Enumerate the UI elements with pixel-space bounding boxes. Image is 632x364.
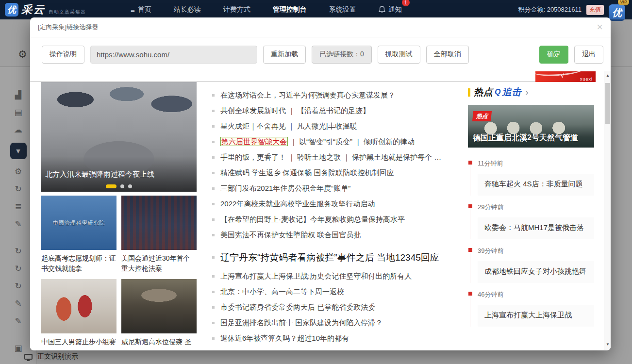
news-item[interactable]: 精准赋码 学生返乡 保通保畅 国务院联防联控机制回应: [212, 168, 457, 178]
thumbnail-image: [121, 279, 197, 333]
modal-toolbar: 操作说明 重新加载 已选链接数：0 抓取测试 全部取消 确定 退出: [30, 37, 611, 71]
timeline-item[interactable]: 39分钟前成都地铁回应女子对小孩跳艳舞: [470, 248, 594, 283]
nav-item-admin-console[interactable]: 管理控制台: [271, 0, 309, 19]
help-button[interactable]: 操作说明: [42, 46, 84, 64]
carousel[interactable]: 北方入汛来最强降雨过程今夜上线: [41, 82, 197, 192]
hotspot-header[interactable]: 热点 Q 追击 ›: [468, 86, 594, 99]
timeline-title[interactable]: 成都地铁回应女子对小孩跳艳舞: [478, 261, 594, 283]
modal-header: [定向采集]链接选择器 ×: [30, 17, 611, 37]
news-item[interactable]: 上海宣布打赢大上海保卫战:历史会记住坚守和付出的所有人: [212, 272, 457, 281]
url-input[interactable]: [90, 46, 257, 64]
thumbnail-image: [121, 196, 197, 250]
vip-badge: VIP: [618, 0, 629, 5]
link-selector-modal: [定向采集]链接选择器 × 操作说明 重新加载 已选链接数：0 抓取测试 全部取…: [30, 17, 611, 350]
vip-logo[interactable]: 优 VIP: [609, 2, 627, 21]
left-column: 北方入汛来最强降雨过程今夜上线 中國管理科學研究院起底高考志愿规划师：证书交钱就…: [41, 82, 197, 350]
selected-link-highlight[interactable]: 第六届世界智能大会: [220, 137, 288, 146]
news-item[interactable]: 北京：中小学、高一高二等下周一返校: [212, 287, 457, 297]
points-balance: 积分金额: 2050821611: [518, 5, 582, 14]
thumbnail-grid: 中國管理科學研究院起底高考志愿规划师：证书交钱就能拿美国会通过近30年首个重大控…: [41, 196, 197, 350]
scroll-up-icon[interactable]: ▲: [604, 72, 611, 79]
thumbnail-image: [41, 279, 116, 333]
nav-item-webmaster-guide[interactable]: 站长必读: [172, 0, 203, 19]
nav-item-label: 通知: [388, 5, 402, 14]
recharge-button[interactable]: 充值: [586, 5, 604, 15]
timeline-bullet-icon: [468, 204, 472, 208]
carousel-dot[interactable]: [106, 184, 116, 188]
news-item[interactable]: 第六届世界智能大会 ｜ 以“智变”引“质变” ｜ 倾听创新的律动: [212, 137, 457, 147]
timeline-time: 46分钟前: [478, 291, 594, 298]
scrollbar-thumb[interactable]: [605, 83, 610, 124]
news-item[interactable]: 辽宁丹东“持黄码者看病被拦”事件之后 当地12345回应: [212, 251, 457, 264]
news-item-text: 国足亚洲排名跌出前十 国家队建设为何陷入停滞？: [220, 318, 383, 327]
ad-text: xuexi: [580, 77, 593, 82]
timeline-item[interactable]: 11分钟前奔驰车起火 4S店：非质量问题: [470, 160, 594, 196]
nav-item-notifications[interactable]: 通知1: [377, 0, 404, 19]
grab-test-button[interactable]: 抓取测试: [378, 46, 420, 64]
news-item[interactable]: 共创全球发展新时代 ｜ 【沿着总书记的足迹】: [212, 106, 457, 116]
thumbnail-item[interactable]: 威尼斯遇高水位侵袭 圣: [121, 279, 197, 350]
menu-icon: ≡: [131, 6, 135, 14]
news-item-text: 手里的饭，更香了！ ｜ 聆听土地之歌 ｜ 保护黑土地就是保护每个 …: [220, 153, 441, 161]
chevron-right-icon: ›: [525, 87, 528, 98]
news-item[interactable]: 美国宪法不再保护女性堕胎权 联合国官员批: [212, 231, 457, 240]
logo-subtitle: 自动文章采集器: [49, 9, 86, 16]
ad-banner[interactable]: √ xuexi: [535, 71, 596, 82]
thumbnail-caption: 美国会通过近30年首个重大控枪法案: [121, 253, 197, 274]
app-logo[interactable]: 优 采云 自动文章采集器: [5, 2, 124, 17]
selected-links-count: 已选链接数：0: [312, 46, 372, 64]
news-item[interactable]: 市委书记跻身省委常委两天后 已掌舵省委政法委: [212, 303, 457, 312]
news-item-text: 辽宁丹东“持黄码者看病被拦”事件之后 当地12345回应: [220, 252, 439, 263]
nav-item-home[interactable]: ≡首页: [129, 0, 153, 19]
thumbnail-item[interactable]: 美国会通过近30年首个重大控枪法案: [121, 196, 197, 279]
thumbnail-item[interactable]: 中國管理科學研究院起底高考志愿规划师：证书交钱就能拿: [41, 196, 116, 279]
news-item-text: 在这场对话会上，习近平为何强调要真心实意谋发展？: [220, 91, 395, 99]
hotspot-feature-title: 德国正重启北溪2号天然气管道: [473, 133, 591, 143]
timeline-time: 39分钟前: [478, 248, 594, 254]
news-item[interactable]: 星火成炬｜不舍再见 ｜ 凡人微光|丰收温暖: [212, 122, 457, 131]
logo-text: 采云: [21, 2, 46, 17]
cancel-all-button[interactable]: 全部取消: [426, 46, 469, 64]
nav-item-system-settings[interactable]: 系统设置: [327, 0, 358, 19]
hotspot-feature-card[interactable]: 热点 德国正重启北溪2号天然气管道: [468, 105, 594, 148]
news-item-text: 三部门发布2021年住房公积金年度“账单”: [220, 184, 350, 192]
confirm-button[interactable]: 确定: [539, 46, 568, 64]
hotspot-title-blue: 追击: [502, 86, 521, 99]
news-item[interactable]: 【在希望的田野上·麦收记】今年夏粮收购总量保持高水平: [212, 215, 457, 224]
scroll-down-icon[interactable]: ▼: [604, 341, 611, 348]
news-item[interactable]: 三部门发布2021年住房公积金年度“账单”: [212, 184, 457, 193]
news-item[interactable]: 2022年离校未就业高校毕业生服务攻坚行动启动: [212, 199, 457, 209]
nav-item-billing[interactable]: 计费方式: [221, 0, 252, 19]
hotspot-timeline: 11分钟前奔驰车起火 4S店：非质量问题29分钟前欧委会：马航MH17是被俄击落…: [468, 160, 594, 327]
news-item[interactable]: 国足亚洲排名跌出前十 国家队建设为何陷入停滞？: [212, 318, 457, 328]
news-item-text: 市委书记跻身省委常委两天后 已掌舵省委政法委: [220, 303, 375, 311]
modal-title: [定向采集]链接选择器: [38, 23, 98, 32]
close-icon[interactable]: ×: [597, 22, 603, 32]
exit-button[interactable]: 退出: [574, 46, 603, 64]
news-item-text: 北京：中小学、高一高二等下周一返校: [220, 287, 344, 296]
hotspot-title-black: 热点: [474, 86, 493, 99]
top-navigation: ≡首页站长必读计费方式管理控制台系统设置通知1: [129, 0, 404, 19]
page-top-divider: [30, 81, 536, 82]
thumbnail-item[interactable]: 中国三人男篮止步小组赛: [41, 279, 116, 350]
timeline-item[interactable]: 29分钟前欧委会：马航MH17是被俄击落: [470, 204, 594, 239]
ad-logo-icon: √: [561, 73, 564, 79]
timeline-title[interactable]: 上海宣布打赢大上海保卫战: [478, 305, 594, 327]
news-column: 在这场对话会上，习近平为何强调要真心实意谋发展？共创全球发展新时代 ｜ 【沿着总…: [212, 91, 457, 349]
news-item[interactable]: 退休近6年被查算久吗？超过10年的都有: [212, 334, 457, 343]
timeline-item[interactable]: 46分钟前上海宣布打赢大上海保卫战: [470, 291, 594, 327]
carousel-dot[interactable]: [128, 184, 132, 188]
timeline-title[interactable]: 欧委会：马航MH17是被俄击落: [478, 217, 594, 239]
news-item[interactable]: 在这场对话会上，习近平为何强调要真心实意谋发展？: [212, 91, 457, 100]
news-item-text: 美国宪法不再保护女性堕胎权 联合国官员批: [220, 231, 361, 239]
carousel-dot[interactable]: [120, 184, 124, 188]
thumbnail-caption: 威尼斯遇高水位侵袭 圣: [121, 337, 197, 347]
reload-button[interactable]: 重新加载: [263, 46, 306, 64]
news-list: 在这场对话会上，习近平为何强调要真心实意谋发展？共创全球发展新时代 ｜ 【沿着总…: [212, 91, 457, 343]
notification-badge: 1: [402, 0, 410, 6]
scrollbar[interactable]: ▲ ▼: [604, 71, 611, 350]
timeline-title[interactable]: 奔驰车起火 4S店：非质量问题: [478, 174, 594, 196]
topbar: 优 采云 自动文章采集器 ≡首页站长必读计费方式管理控制台系统设置通知1 积分金…: [0, 0, 632, 19]
timeline-time: 29分钟前: [478, 204, 594, 210]
news-item[interactable]: 手里的饭，更香了！ ｜ 聆听土地之歌 ｜ 保护黑土地就是保护每个 …: [212, 153, 457, 162]
